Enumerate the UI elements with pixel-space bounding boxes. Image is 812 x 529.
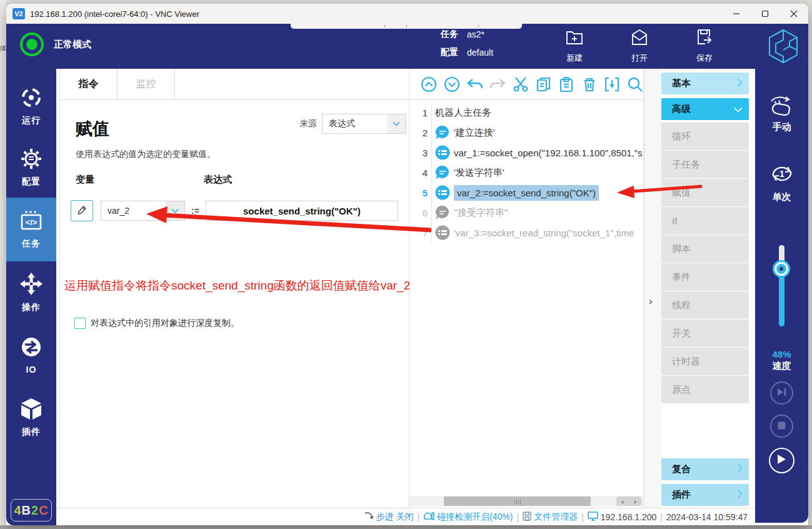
sidebar-item-config[interactable]: 配置 [6,139,56,196]
sidebar-task-label: 任务 [22,238,41,249]
palette-group-composite[interactable]: 复合 [661,458,749,480]
sidebar-item-io[interactable]: IO [6,326,56,384]
tree-row-1[interactable]: 1 机器人主任务 [409,103,643,123]
collision-status[interactable]: 碰撞检测开启(40%) [423,511,513,523]
move-arrows-icon [19,272,43,298]
palette-item-subtask[interactable]: 子任务 [661,151,749,178]
project-info: 任务 as2* 配置 default [441,29,493,65]
close-button[interactable] [779,4,808,24]
variable-label: 变量 [76,174,94,186]
status-badge: 4B2C [11,499,52,521]
stop-button[interactable] [770,415,793,438]
speed-slider-thumb[interactable] [774,262,788,276]
scroll-right-button[interactable]: › [634,498,636,505]
copy-button[interactable] [536,76,553,93]
palette-item-switch[interactable]: 开关 [661,320,749,347]
palette-item-event[interactable]: 事件 [661,263,749,291]
stop-icon [778,421,786,432]
insert-button[interactable] [604,76,621,93]
palette-item-loop[interactable]: 循环 [661,123,749,150]
palette-item-script[interactable]: 脚本 [661,235,749,263]
redo-button[interactable] [489,76,506,93]
undo-button[interactable] [466,76,483,93]
palette-item-if[interactable]: If [661,207,749,234]
status-bar: 步进 关闭 | 碰撞检测开启(40%) | 文件管理器 | [56,508,755,525]
tree-row-7[interactable]: 7 'var_3:=socket_read_string("socket_1",… [409,223,643,243]
chevron-down-icon [166,201,184,220]
chevron-down-icon [734,104,743,114]
hand-icon [768,95,796,119]
tree-row-4[interactable]: 4 '发送字符串' [409,163,643,183]
palette-item-assignment[interactable]: 赋值 [661,179,749,206]
speed-slider[interactable] [779,245,784,326]
sidebar-operate-label: 操作 [22,302,41,313]
desktop-bottom-edge [0,525,812,529]
chevron-down-icon [387,114,406,133]
assign-operator: := [191,206,199,216]
vnc-toolbar-notch[interactable] [291,24,522,29]
sidebar-item-run[interactable]: 运行 [6,78,56,135]
minimize-button[interactable] [722,4,751,24]
plugin-cube-icon [19,398,43,423]
expand-chevron-icon[interactable]: › [649,295,653,308]
edit-variable-button[interactable] [71,200,93,221]
pencil-icon [77,204,88,218]
expression-input[interactable]: socket_send_string("OK") [206,201,398,221]
tree-row-2[interactable]: 2 '建立连接' [409,123,643,143]
palette-group-advanced[interactable]: 高级 [661,98,749,120]
window-title: 192.168.1.200 (intel-corei7-64:0) - VNC … [30,9,199,19]
program-tree-panel: 1 机器人主任务 2 '建立连接' 3 var_1:=socket_open("… [409,69,644,508]
assignment-icon [434,184,451,201]
file-manager-link[interactable]: 文件管理器 [523,511,578,523]
single-cycle-button[interactable]: 1 单次 [755,161,808,203]
vnc-viewer-window: V2 192.168.1.200 (intel-corei7-64:0) - V… [6,4,808,525]
delete-button[interactable] [581,76,598,93]
panel-collapse-strip: › [644,69,661,508]
variable-select[interactable]: var_2 [101,201,185,221]
tab-instruction[interactable]: 指令 [60,69,118,99]
program-tree: 1 机器人主任务 2 '建立连接' 3 var_1:=socket_open("… [409,103,643,243]
save-task-button[interactable]: 保存 [685,27,724,64]
maximize-button[interactable] [751,4,779,24]
deep-copy-checkbox[interactable] [74,318,86,329]
sidebar-item-task[interactable]: </> 任务 [6,198,56,261]
move-up-button[interactable] [421,76,438,93]
search-button[interactable] [627,76,644,93]
robot-app: 正常模式 任务 as2* 配置 default 新建 [6,24,808,525]
sidebar-item-plugin[interactable]: 插件 [6,389,56,446]
sidebar-item-operate[interactable]: 操作 [6,264,56,321]
step-mode-status[interactable]: 步进 关闭 [364,511,414,523]
tree-row-6[interactable]: 6 ''接受字符串'' [409,203,643,223]
play-icon [777,454,786,467]
expression-value: socket_send_string("OK") [243,206,361,216]
move-down-button[interactable] [444,76,461,93]
open-task-button[interactable]: 打开 [620,27,659,64]
manual-label: 手动 [773,121,791,133]
instruction-form-panel: 指令 监控 赋值 来源 表达式 使用表达式的值为选定的变量赋值。 变量 表达式 [59,69,409,508]
tree-row-3[interactable]: 3 var_1:=socket_open("192.168.1.100",850… [409,143,643,163]
horizontal-scrollbar[interactable]: ‹ › [409,496,644,506]
source-select[interactable]: 表达式 [322,114,406,134]
scroll-left-button[interactable]: ‹ [621,498,624,505]
gear-icon [20,148,43,173]
new-file-icon [564,27,585,51]
mode-label: 正常模式 [54,39,91,51]
palette-group-plugin[interactable]: 插件 [661,484,749,506]
scrollbar-thumb[interactable] [444,496,591,506]
step-button[interactable] [770,381,793,405]
vnc-logo-icon: V2 [13,8,25,19]
play-button[interactable] [769,448,794,473]
new-task-button[interactable]: 新建 [555,27,594,64]
tab-monitor[interactable]: 监控 [118,69,175,99]
palette-item-origin[interactable]: 原点 [661,376,749,403]
config-value: default [467,48,493,58]
manual-mode-button[interactable]: 手动 [755,95,808,133]
paste-button[interactable] [558,76,575,93]
red-annotation-text: 运用赋值指令将指令socket_send_string函数的返回值赋值给var_… [64,278,439,294]
tree-row-5-selected[interactable]: 5 var_2:=socket_send_string("OK") [409,183,643,203]
cut-button[interactable] [513,76,529,93]
palette-item-timer[interactable]: 计时器 [661,348,749,375]
datetime-status: 2024-03-14 10:59:47 [666,512,748,522]
palette-group-basic[interactable]: 基本 [661,73,749,94]
palette-item-thread[interactable]: 线程 [661,291,749,319]
